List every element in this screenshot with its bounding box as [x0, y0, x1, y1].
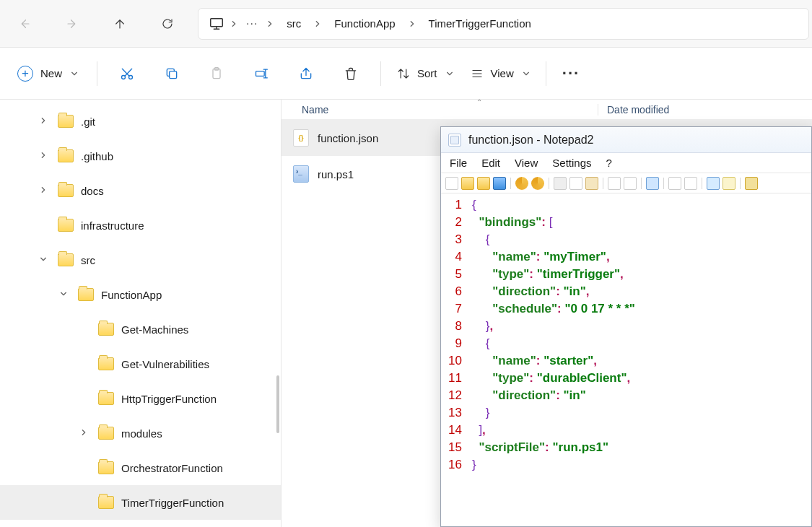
arrow-up-icon	[113, 17, 126, 30]
exit-icon[interactable]	[745, 177, 758, 190]
copy-button[interactable]	[151, 56, 193, 92]
tree-item-label: docs	[81, 185, 104, 197]
address-bar: ··· src FunctionApp TimerTriggerFunction	[0, 0, 812, 48]
browse-icon[interactable]	[477, 177, 490, 190]
toolbar: + New Sort View ···	[0, 48, 812, 100]
twisty-icon[interactable]	[56, 289, 71, 300]
menu-?[interactable]: ?	[606, 157, 611, 169]
open-file-icon[interactable]	[461, 177, 474, 190]
tree-item-orchestratorfunction[interactable]: OrchestratorFunction	[0, 450, 281, 485]
tree-item-label: FunctionApp	[101, 289, 162, 301]
tree-item--github[interactable]: .github	[0, 139, 281, 173]
chevron-right-icon[interactable]	[263, 20, 276, 27]
redo-icon[interactable]	[531, 177, 544, 190]
twisty-icon[interactable]	[36, 186, 51, 196]
view-button-label: View	[491, 67, 514, 79]
undo-icon[interactable]	[515, 177, 528, 190]
breadcrumb-overflow[interactable]: ···	[243, 17, 261, 30]
tree-item-httptriggerfunction[interactable]: HttpTriggerFunction	[0, 381, 281, 416]
column-headers[interactable]: ⌃ Name Date modified	[281, 100, 812, 120]
copy-icon[interactable]	[569, 177, 582, 190]
tree-item-get-machines[interactable]: Get-Machines	[0, 312, 281, 347]
folder-icon	[98, 392, 114, 405]
json-file-icon: {}	[293, 129, 309, 147]
delete-button[interactable]	[330, 56, 372, 92]
separator	[549, 178, 549, 189]
nav-tree[interactable]: .git.githubdocsinfrastructuresrcFunction…	[0, 100, 281, 527]
replace-icon[interactable]	[624, 177, 637, 190]
column-name[interactable]: Name	[281, 104, 598, 116]
paste-button[interactable]	[196, 56, 237, 92]
cut-button[interactable]	[106, 56, 148, 92]
zoom-out-icon[interactable]	[684, 177, 697, 190]
tree-item-functionapp[interactable]: FunctionApp	[0, 277, 281, 312]
tree-item-timertriggerfunction[interactable]: TimerTriggerFunction	[0, 485, 281, 520]
separator	[740, 178, 741, 189]
svg-rect-3	[170, 71, 177, 78]
more-button[interactable]: ···	[555, 64, 587, 83]
folder-icon	[98, 323, 114, 336]
paste-icon[interactable]	[585, 177, 598, 190]
file-name-label: run.ps1	[318, 168, 354, 180]
breadcrumb-item[interactable]: TimerTriggerFunction	[422, 13, 538, 34]
scheme-icon[interactable]	[707, 177, 720, 190]
folder-icon	[58, 219, 74, 232]
twisty-icon[interactable]	[36, 116, 51, 126]
menu-view[interactable]: View	[515, 157, 538, 169]
twisty-icon[interactable]	[36, 151, 51, 161]
breadcrumb-item[interactable]: src	[279, 13, 308, 34]
sort-button[interactable]: Sort	[390, 63, 460, 84]
tree-item-label: HttpTriggerFunction	[121, 393, 217, 405]
tree-item-src[interactable]: src	[0, 243, 281, 277]
separator	[603, 178, 603, 189]
wordwrap-icon[interactable]	[646, 177, 659, 190]
folder-icon	[98, 357, 114, 370]
tree-item-infrastructure[interactable]: infrastructure	[0, 208, 281, 243]
tree-item-get-vulnerabilities[interactable]: Get-Vulnerabilities	[0, 347, 281, 381]
notepad2-toolbar[interactable]	[441, 173, 811, 193]
share-button[interactable]	[285, 56, 327, 92]
svg-rect-6	[256, 71, 265, 76]
notepad2-titlebar[interactable]: function.json - Notepad2	[441, 127, 811, 153]
back-button[interactable]	[3, 3, 46, 45]
tree-item-label: Get-Vulnerabilities	[121, 358, 209, 370]
ps1-file-icon	[293, 165, 309, 183]
notepad2-menubar[interactable]: FileEditViewSettings?	[441, 153, 811, 173]
tree-item--git[interactable]: .git	[0, 104, 281, 139]
svg-rect-0	[211, 18, 223, 26]
code-text[interactable]: { "bindings": [ { "name": "myTimer", "ty…	[468, 193, 639, 526]
rename-icon	[254, 66, 269, 81]
menu-settings[interactable]: Settings	[552, 157, 591, 169]
scrollbar-thumb[interactable]	[276, 375, 279, 433]
forward-button[interactable]	[51, 3, 94, 45]
column-date[interactable]: Date modified	[598, 104, 812, 116]
twisty-icon[interactable]	[36, 255, 51, 265]
menu-edit[interactable]: Edit	[481, 157, 500, 169]
folder-icon	[58, 253, 74, 266]
scissors-icon	[120, 66, 134, 81]
notepad2-window[interactable]: function.json - Notepad2 FileEditViewSet…	[440, 126, 812, 527]
chevron-right-icon[interactable]	[227, 20, 240, 27]
breadcrumb-bar[interactable]: ··· src FunctionApp TimerTriggerFunction	[198, 8, 809, 40]
twisty-icon[interactable]	[77, 428, 91, 438]
cut-icon[interactable]	[554, 177, 567, 190]
chevron-right-icon[interactable]	[406, 20, 419, 27]
menu-file[interactable]: File	[450, 157, 467, 169]
new-button[interactable]: + New	[7, 61, 88, 86]
rename-button[interactable]	[240, 56, 282, 92]
zoom-in-icon[interactable]	[668, 177, 681, 190]
refresh-button[interactable]	[146, 3, 189, 45]
up-button[interactable]	[98, 3, 141, 45]
save-icon[interactable]	[493, 177, 506, 190]
tree-item-docs[interactable]: docs	[0, 173, 281, 208]
separator	[380, 61, 381, 86]
new-file-icon[interactable]	[445, 177, 458, 190]
chevron-right-icon[interactable]	[311, 20, 324, 27]
breadcrumb-item[interactable]: FunctionApp	[327, 13, 402, 34]
tree-item-modules[interactable]: modules	[0, 416, 281, 450]
view-button[interactable]: View	[463, 63, 537, 84]
customize-icon[interactable]	[722, 177, 735, 190]
code-editor[interactable]: 12345678910111213141516 { "bindings": [ …	[441, 193, 811, 526]
new-button-label: New	[40, 67, 62, 79]
find-icon[interactable]	[608, 177, 621, 190]
